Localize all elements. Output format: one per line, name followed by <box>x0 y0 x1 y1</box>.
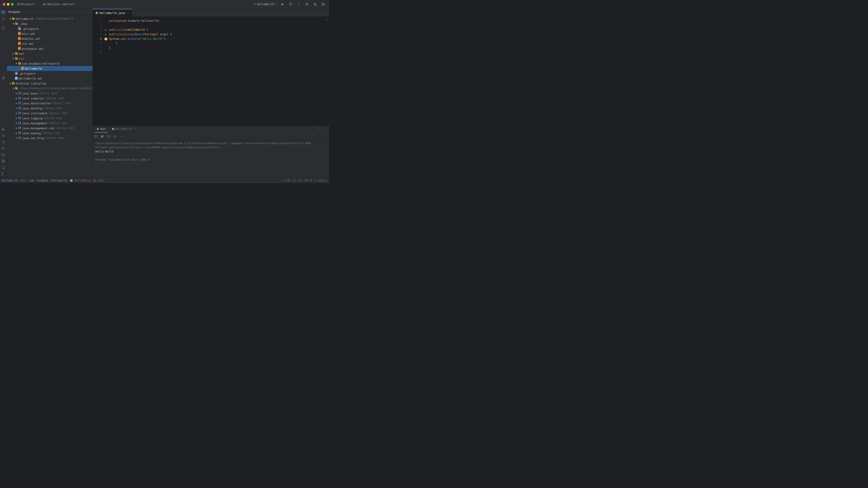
tree-item-src[interactable]: ▼ src <box>7 56 92 61</box>
run-configuration[interactable]: ▶ HelloWorld ▼ <box>253 2 278 6</box>
editor-toolbar-options[interactable]: ⋮ <box>323 10 329 17</box>
more-run-options[interactable]: ⋮ <box>316 127 321 132</box>
tree-item-modules[interactable]: x modules.xml <box>7 36 92 41</box>
tree-item-misc[interactable]: x misc.xml <box>7 31 92 36</box>
tree-arrow <box>12 77 15 80</box>
version-control-switcher[interactable]: Version control ▼ <box>43 2 76 6</box>
svg-rect-17 <box>3 78 4 79</box>
sidebar-item-git[interactable] <box>0 145 6 151</box>
status-breadcrumb-com[interactable]: com <box>29 179 34 182</box>
sidebar-item-terminal[interactable] <box>0 152 6 158</box>
bottom-panel-actions: ⋮ — <box>316 127 327 132</box>
restore-layout-button[interactable] <box>105 133 112 139</box>
svg-point-23 <box>2 149 3 150</box>
debug-button[interactable] <box>287 1 294 7</box>
tree-arrow: ▶ <box>15 111 18 115</box>
more-options-button[interactable]: ⋮ <box>296 1 302 7</box>
rerun-button[interactable] <box>93 133 99 139</box>
maximize-button[interactable] <box>11 3 13 6</box>
editor-tab-helloworldjava[interactable]: J HelloWorld.java ✕ <box>93 9 132 17</box>
line-number-5: 5 <box>93 37 102 41</box>
svg-point-57 <box>19 137 21 138</box>
sidebar-item-vcs-bottom[interactable] <box>0 171 6 177</box>
code-editor[interactable]: package com.example.helloworld; public c… <box>108 17 326 126</box>
editor-gutter: ▶▶! <box>103 17 108 126</box>
sidebar-item-notifications[interactable] <box>0 164 6 170</box>
tree-item-label: HelloWorld <box>25 67 42 70</box>
scroll-to-end-button[interactable] <box>112 133 118 139</box>
svg-point-55 <box>19 127 21 128</box>
run-gutter-icon[interactable]: ▶ <box>105 29 107 31</box>
tree-item-jdk21[interactable]: ▼ < 21 >/Users/helenscott/Library/Java/J… <box>7 86 92 91</box>
encoding[interactable]: UTF-8 <box>304 179 312 182</box>
sidebar-item-structure[interactable] <box>0 75 6 81</box>
run-tab[interactable]: Run <box>94 126 108 133</box>
tree-item-java-management-rmi[interactable]: ▶ java.management.rmilibrary root <box>7 126 92 131</box>
helloworld-tab[interactable]: HelloWorld ✕ <box>110 126 138 133</box>
sidebar-item-plugins[interactable] <box>0 158 6 164</box>
tree-item-java-desktop[interactable]: ▶ java.desktoplibrary root <box>7 106 92 111</box>
status-breadcrumb-main[interactable]: m main <box>94 179 104 182</box>
tree-item-java-logging[interactable]: ▶ java.logginglibrary root <box>7 116 92 121</box>
tree-item-helloworldiml[interactable]: iml HelloWorld.iml <box>7 76 92 81</box>
svg-point-53 <box>19 117 21 118</box>
tree-item-workspace[interactable]: x workspace.xml <box>7 46 92 51</box>
svg-point-52 <box>19 112 21 113</box>
tree-item-com-pkg[interactable]: ▼ com.example.helloworld <box>7 61 92 66</box>
stop-button[interactable] <box>99 133 105 139</box>
status-breadcrumb-helloworld[interactable]: HelloWorld <box>2 179 18 182</box>
class-breadcrumb-icon: C <box>70 180 72 182</box>
status-breadcrumb-helloworld2[interactable]: helloworld <box>51 179 67 182</box>
close-button[interactable] <box>3 3 5 6</box>
sidebar-item-run[interactable] <box>0 127 6 132</box>
more-run-toolbar-options[interactable]: ⋯ <box>118 133 124 139</box>
tree-item-HelloWorld-java[interactable]: J HelloWorld <box>7 66 92 71</box>
profile-button[interactable] <box>304 1 310 7</box>
status-breadcrumb-helloworldclass[interactable]: C HelloWorld <box>70 179 90 182</box>
settings-button[interactable] <box>320 1 327 7</box>
tree-item-java-management[interactable]: ▶ java.managementlibrary root <box>7 121 92 126</box>
close-bottom-panel[interactable]: — <box>322 127 327 132</box>
run-output-hello: Hello World <box>95 150 327 154</box>
tree-item-icon-folder <box>15 22 18 26</box>
sidebar-item-debug[interactable] <box>0 133 6 139</box>
tree-item-label: java.management.rmi <box>22 127 55 130</box>
tree-item-java-naming[interactable]: ▶ java.naminglibrary root <box>7 131 92 135</box>
tree-item-idea[interactable]: ▼ .idea <box>7 21 92 26</box>
run-tool-icon <box>2 128 5 131</box>
run-gutter-icon[interactable]: ▶ <box>105 33 107 36</box>
tree-item-java-compiler[interactable]: ▶ java.compilerlibrary root <box>7 96 92 101</box>
editor-content[interactable]: 12345678 ▶▶! package com.example.hellowo… <box>93 17 329 126</box>
tree-item-gitignore2[interactable]: .g .gitignore <box>7 71 92 76</box>
svg-point-2 <box>43 3 44 4</box>
tree-item-out[interactable]: ▶ out <box>7 51 92 56</box>
tree-item-label: .idea <box>19 22 28 26</box>
run-config-close[interactable]: ✕ <box>133 127 136 131</box>
tree-item-icon-package <box>18 62 21 65</box>
indent-info[interactable]: 4 spaces <box>315 179 327 182</box>
settings-icon <box>321 2 325 6</box>
editor-tab-close[interactable]: ✕ <box>126 11 129 14</box>
tree-item-ext-libs[interactable]: ▼ External Libraries <box>7 81 92 86</box>
sidebar-item-bookmarks[interactable] <box>0 25 6 31</box>
cursor-position[interactable]: 5:40 <box>284 179 290 182</box>
tree-item-java-datatransfer[interactable]: ▶ java.datatransferlibrary root <box>7 101 92 106</box>
line-separator[interactable]: LF <box>298 179 302 182</box>
breadcrumb-sep1: › <box>18 179 20 182</box>
tree-item-helloworld-root[interactable]: ▼ HelloWorld~/IdeaProjects/HelloWorld <box>7 16 92 21</box>
sidebar-item-services[interactable] <box>0 139 6 145</box>
minimize-button[interactable] <box>7 3 9 6</box>
sidebar-item-project[interactable] <box>0 9 6 15</box>
project-switcher[interactable]: Project ▼ <box>17 2 36 6</box>
tree-item-java-base[interactable]: ▶ java.baselibrary root <box>7 91 92 96</box>
run-button[interactable] <box>279 1 286 7</box>
tree-item-java-net-http[interactable]: ▶ java.net.httplibrary root <box>7 135 92 140</box>
tree-item-vcs[interactable]: x vcs.xml <box>7 41 92 46</box>
sidebar-item-commit[interactable] <box>0 16 6 22</box>
search-everywhere-button[interactable] <box>312 1 318 7</box>
tree-item-java-instrument[interactable]: ▶ java.instrumentlibrary root <box>7 111 92 116</box>
tree-item-label: HelloWorld.iml <box>19 77 42 80</box>
status-breadcrumb-src[interactable]: src <box>21 179 26 182</box>
tree-item-gitignore1[interactable]: .g .gitignore <box>7 26 92 31</box>
status-breadcrumb-example[interactable]: example <box>37 179 48 182</box>
